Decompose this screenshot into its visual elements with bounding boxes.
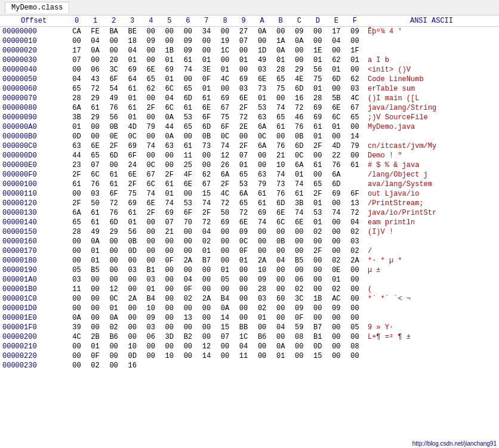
hex-byte: 76: [104, 103, 123, 113]
hex-byte: 29: [86, 113, 104, 122]
hex-byte: 3C: [290, 294, 309, 304]
hex-byte: 00: [272, 304, 290, 313]
hex-byte: 00: [272, 94, 290, 103]
hex-byte: 61: [104, 170, 123, 180]
hex-byte: 6E: [141, 199, 160, 208]
hex-byte: 61: [197, 94, 215, 103]
hex-byte: 50: [215, 208, 234, 218]
hex-byte: 0A: [215, 304, 234, 313]
hex-byte: 79: [253, 180, 272, 189]
hex-byte: 76: [272, 189, 290, 199]
hex-byte: 65: [67, 84, 86, 94]
hex-byte: 12: [197, 342, 215, 351]
col-header-D: D: [309, 16, 327, 27]
hex-byte: 0D: [67, 132, 86, 141]
hex-byte: 0F: [178, 285, 197, 294]
table-row: 0000015028492956002100040009000000020002…: [0, 227, 499, 237]
hex-byte: 01: [272, 55, 290, 65]
hex-byte: 00: [123, 313, 141, 323]
table-row: 0000021000010010000000120004000A000D0008: [0, 342, 499, 351]
hex-byte: 01: [309, 199, 327, 208]
offset-cell: 00000090: [0, 113, 67, 122]
hex-byte: 00: [197, 332, 215, 342]
hex-byte: 6C: [160, 84, 178, 94]
hex-byte: 00: [104, 256, 123, 265]
hex-byte: 00: [327, 313, 346, 323]
hex-byte: 05: [346, 323, 364, 332]
hex-byte: 2A: [197, 294, 215, 304]
hex-byte: 69: [123, 141, 141, 151]
hex-byte: 29: [290, 65, 309, 75]
hex-byte: 00: [67, 351, 86, 361]
hex-byte: 6E: [123, 170, 141, 180]
hex-byte: 65: [235, 170, 253, 180]
hex-byte: 01: [160, 189, 178, 199]
hex-byte: 54: [104, 84, 123, 94]
offset-cell: 00000100: [0, 180, 67, 189]
table-row: 00000160000A000B00000002000C000B00000003: [0, 237, 499, 246]
hex-byte: 00: [67, 246, 86, 256]
hex-byte: 00: [104, 351, 123, 361]
hex-byte: 00: [272, 285, 290, 294]
hex-byte: 74: [197, 199, 215, 208]
hex-byte: 00: [346, 294, 364, 304]
hex-byte: 00: [309, 151, 327, 160]
hex-byte: 00: [141, 94, 160, 103]
hex-byte: 00: [86, 323, 104, 332]
hex-byte: 00: [86, 55, 104, 65]
hex-byte: 49: [86, 227, 104, 237]
hex-byte: 15: [197, 189, 215, 199]
hex-byte: 4D: [123, 122, 141, 132]
hex-byte: 65: [235, 199, 253, 208]
hex-byte: 18: [123, 36, 141, 46]
hex-byte: 74: [327, 208, 346, 218]
table-row: 0000014065616D0100077072696E746C6E010004…: [0, 218, 499, 227]
table-row: 000000A001000B4D7944656D6F2E6A6176610100…: [0, 122, 499, 132]
hex-byte: 3C: [104, 65, 123, 75]
hex-byte: 00: [327, 84, 346, 94]
table-row: 00000220000F000D001000140011000100150000: [0, 351, 499, 361]
offset-cell: 00000020: [0, 46, 67, 55]
hex-byte: 00: [309, 27, 327, 37]
hex-byte: 00: [160, 342, 178, 351]
hex-byte: 01: [197, 246, 215, 256]
ascii-cell: MyDemo.java: [364, 122, 499, 132]
hex-byte: 00: [327, 246, 346, 256]
file-tab[interactable]: MyDemo.class: [5, 2, 69, 13]
table-row: 000001C000000C2AB400022AB40003603C1BAC00…: [0, 294, 499, 304]
hex-byte: [215, 361, 234, 370]
hex-byte: 10: [160, 351, 178, 361]
ascii-cell: Code LineNumb: [364, 75, 499, 84]
hex-byte: 6A: [327, 170, 346, 180]
hex-byte: 00: [215, 227, 234, 237]
hex-byte: 01: [309, 55, 327, 65]
hex-byte: 56: [123, 227, 141, 237]
hex-byte: 29: [86, 94, 104, 103]
hex-byte: 00: [141, 256, 160, 265]
hex-byte: 01: [141, 285, 160, 294]
hex-byte: 72: [86, 84, 104, 94]
hex-byte: 53: [178, 113, 197, 122]
offset-cell: 00000190: [0, 265, 67, 275]
hex-byte: 00: [160, 294, 178, 304]
hex-byte: 00: [327, 237, 346, 246]
offset-cell: 00000170: [0, 246, 67, 256]
hex-byte: 00: [141, 46, 160, 55]
hex-byte: 69: [235, 75, 253, 84]
hex-byte: 00: [253, 246, 272, 256]
ascii-cell: Demo ! ": [364, 151, 499, 160]
hex-byte: B5: [86, 265, 104, 275]
hex-byte: 00: [272, 246, 290, 256]
offset-cell: 000000E0: [0, 160, 67, 170]
hex-byte: 11: [178, 151, 197, 160]
hex-byte: 6C: [86, 170, 104, 180]
hex-byte: 6E: [253, 75, 272, 84]
hex-byte: 07: [235, 36, 253, 46]
hex-byte: 73: [253, 84, 272, 94]
hex-byte: 0A: [272, 342, 290, 351]
hex-byte: 0F: [160, 256, 178, 265]
hex-byte: 61: [86, 103, 104, 113]
offset-cell: 00000030: [0, 55, 67, 65]
hex-byte: 49: [253, 55, 272, 65]
hex-byte: 00: [309, 36, 327, 46]
